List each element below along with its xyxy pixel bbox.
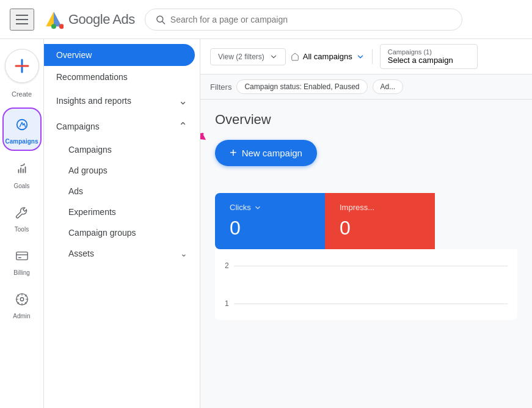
insights-chevron-icon: ⌄ [178,94,188,107]
svg-point-2 [51,24,56,29]
logo-area: Google Ads [44,10,135,29]
stat-card-clicks: Clicks 0 [215,193,325,249]
menu-button[interactable] [10,9,34,31]
chart-space [225,272,508,297]
campaigns-label: Campaigns [5,138,38,145]
tools-icon [11,202,33,224]
assets-chevron-icon: ⌄ [180,249,188,258]
tools-label: Tools [15,226,29,233]
sidebar-item-tools[interactable]: Tools [2,197,42,238]
admin-icon [11,288,33,310]
chart-line-bar-1 [234,304,508,304]
nav-campaigns-sub[interactable]: Campaigns [44,139,200,160]
campaigns-icon [11,114,33,136]
divider [372,49,373,64]
filter-chip-ad[interactable]: Ad... [373,79,404,94]
new-campaign-plus-icon: + [230,146,237,160]
filter-chip-status[interactable]: Campaign status: Enabled, Paused [236,79,367,94]
nav-ads[interactable]: Ads [44,181,200,202]
nav-recommendations[interactable]: Recommendations [44,66,200,88]
google-ads-logo-icon [44,10,64,29]
main-layout: Create Campaigns Goals [0,39,532,408]
chart-area: 2 1 [215,249,517,320]
chart-line-1: 1 [225,297,508,310]
chart-line-2: 2 [225,259,508,272]
create-label: Create [12,90,32,98]
nav-assets[interactable]: Assets ⌄ [44,243,200,264]
select-campaign-label: Select a campaign [388,56,453,65]
svg-marker-13 [200,134,206,140]
goals-label: Goals [13,183,29,189]
nav-campaign-groups[interactable]: Campaign groups [44,222,200,243]
view-label: View (2 filters) [218,53,264,61]
campaigns-count-label: Campaigns (1) [388,48,453,56]
clicks-label: Clicks [230,203,310,212]
sidebar-item-goals[interactable]: Goals [2,153,42,194]
search-icon [155,14,166,25]
sidebar-item-billing[interactable]: Billing [2,240,42,281]
main-content: View (2 filters) All campaigns Campaigns… [200,39,532,408]
clicks-value: 0 [230,217,310,239]
sidebar-item-campaigns[interactable]: Campaigns [2,107,42,151]
goals-icon [11,158,33,180]
svg-marker-1 [54,12,62,26]
admin-label: Admin [13,313,30,319]
search-bar[interactable] [145,9,462,31]
all-campaigns-selector[interactable]: All campaigns [291,52,365,61]
nav-insights[interactable]: Insights and reports ⌄ [44,88,200,114]
nav-experiments[interactable]: Experiments [44,202,200,222]
campaign-selector[interactable]: Campaigns (1) Select a campaign [380,44,478,69]
new-campaign-label: New campaign [242,148,302,158]
svg-line-5 [162,21,164,24]
header: Google Ads [0,0,532,39]
view-selector[interactable]: View (2 filters) [210,48,286,65]
dropdown-icon [269,53,278,61]
clicks-dropdown-icon[interactable] [253,203,262,212]
impressions-label: Impress... [340,203,420,212]
nav-overview[interactable]: Overview [44,44,195,66]
billing-label: Billing [13,269,30,276]
app-title: Google Ads [68,12,135,27]
nav-campaigns-section[interactable]: Campaigns ⌃ [44,114,200,139]
nav-ad-groups[interactable]: Ad groups [44,160,200,181]
svg-rect-9 [16,252,27,260]
filters-label: Filters [210,82,231,92]
campaigns-dropdown-icon [356,53,365,61]
new-campaign-button[interactable]: + New campaign [215,140,317,166]
create-button[interactable] [5,49,39,83]
billing-icon [11,245,33,267]
campaigns-chevron-icon: ⌃ [178,120,188,133]
svg-point-8 [16,120,27,130]
plus-color-icon [13,57,31,75]
page-title: Overview [215,112,517,128]
impressions-value: 0 [340,217,420,239]
icon-sidebar: Create Campaigns Goals [0,39,44,408]
new-campaign-area: + New campaign [215,140,317,181]
filter-bar: View (2 filters) All campaigns Campaigns… [200,39,532,75]
home-icon [291,53,299,61]
filters-row: Filters Campaign status: Enabled, Paused… [200,75,532,100]
stat-card-impressions: Impress... 0 [325,193,435,249]
page-body: Overview + New campaign Clicks [200,100,532,332]
sidebar-item-admin[interactable]: Admin [2,283,42,324]
svg-point-12 [20,297,24,301]
chart-line-bar-2 [234,266,508,266]
nav-sidebar: Overview Recommendations Insights and re… [44,39,200,408]
stats-row: Clicks 0 Impress... 0 [215,193,517,249]
all-campaigns-label: All campaigns [303,52,352,61]
search-input[interactable] [170,15,452,24]
